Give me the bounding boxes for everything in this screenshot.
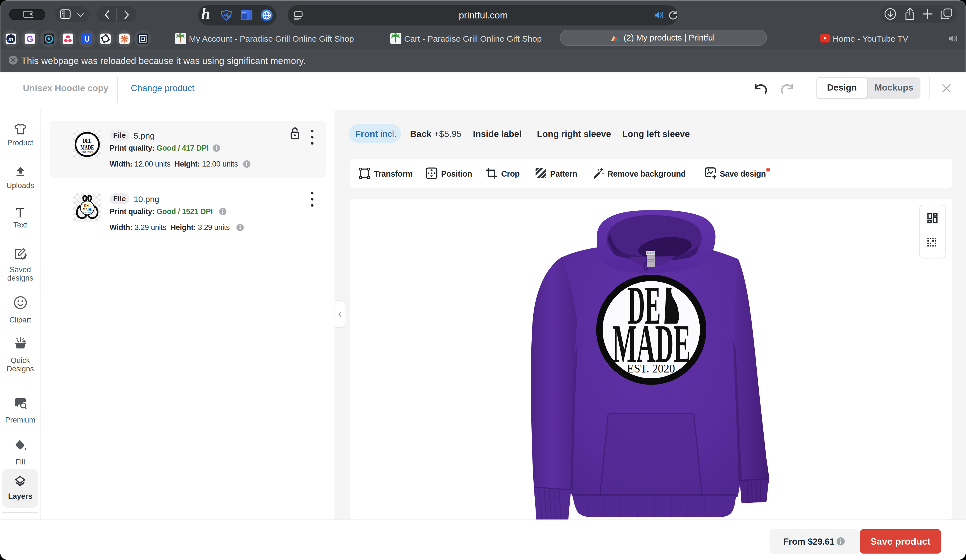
svg-text:MADE: MADE <box>83 207 92 212</box>
svg-text:M: M <box>227 15 231 19</box>
svg-text:MADE: MADE <box>80 144 94 151</box>
svg-text:m: m <box>8 35 14 43</box>
svg-text:EST. 2020: EST. 2020 <box>81 151 93 153</box>
svg-text:EST. 2020: EST. 2020 <box>627 362 675 375</box>
svg-text:GILDAN: GILDAN <box>646 252 655 254</box>
svg-text:DEL: DEL <box>83 137 92 144</box>
svg-text:U: U <box>84 35 90 43</box>
svg-text:EST. 2020: EST. 2020 <box>83 212 91 213</box>
svg-text:G: G <box>26 34 34 44</box>
